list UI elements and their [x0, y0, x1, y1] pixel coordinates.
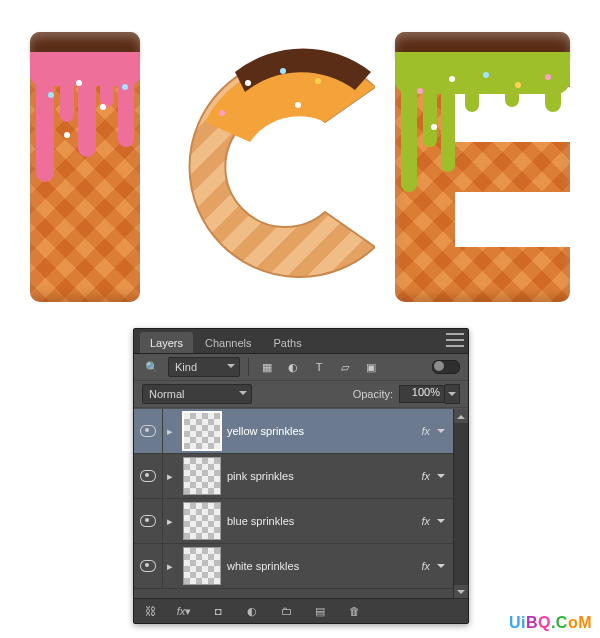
layer-thumbnail[interactable] — [183, 547, 221, 585]
tab-layers[interactable]: Layers — [140, 332, 193, 353]
letter-i — [30, 32, 140, 302]
letter-c — [175, 32, 375, 302]
layer-row[interactable]: ▸ pink sprinkles fx — [134, 454, 454, 499]
link-layers-icon[interactable]: ⛓ — [140, 602, 160, 620]
fx-collapse-icon[interactable] — [434, 514, 448, 528]
scrollbar[interactable] — [453, 409, 468, 599]
opacity-flyout[interactable] — [445, 384, 460, 404]
filter-adjustment-icon[interactable]: ◐ — [283, 358, 303, 376]
scroll-up-icon[interactable] — [454, 409, 468, 423]
search-icon: 🔍 — [142, 358, 162, 376]
fx-badge[interactable]: fx — [421, 560, 430, 572]
scroll-down-icon[interactable] — [454, 585, 468, 599]
fx-badge[interactable]: fx — [421, 515, 430, 527]
letter-e — [395, 32, 570, 302]
panel-tabs: Layers Channels Paths — [134, 329, 468, 354]
fx-collapse-icon[interactable] — [434, 469, 448, 483]
opacity-input[interactable]: 100% — [399, 385, 445, 403]
layers-list: ▸ yellow sprinkles fx ▸ pink sprinkles f… — [134, 409, 454, 599]
filter-toggle[interactable] — [432, 360, 460, 374]
layer-name[interactable]: blue sprinkles — [227, 515, 421, 527]
filter-type-icon[interactable]: T — [309, 358, 329, 376]
eye-icon — [140, 515, 156, 527]
visibility-toggle[interactable] — [134, 454, 163, 498]
layer-name[interactable]: pink sprinkles — [227, 470, 421, 482]
letter-c-shape — [175, 32, 375, 302]
eye-icon — [140, 425, 156, 437]
tab-paths[interactable]: Paths — [264, 332, 312, 353]
panel-menu-icon[interactable] — [446, 333, 464, 347]
new-layer-icon[interactable]: ▤ — [310, 602, 330, 620]
filter-kind-dropdown[interactable]: Kind — [168, 357, 240, 377]
disclosure-icon[interactable]: ▸ — [163, 470, 177, 483]
filter-row: 🔍 Kind ▦ ◐ T ▱ ▣ — [134, 354, 468, 381]
fx-badge[interactable]: fx — [421, 470, 430, 482]
eye-icon — [140, 560, 156, 572]
blend-mode-dropdown[interactable]: Normal — [142, 384, 252, 404]
layer-thumbnail[interactable] — [183, 412, 221, 450]
opacity-label: Opacity: — [353, 388, 393, 400]
fx-collapse-icon[interactable] — [434, 559, 448, 573]
eye-icon — [140, 470, 156, 482]
layer-row[interactable]: ▸ white sprinkles fx — [134, 544, 454, 589]
blend-opacity-row: Normal Opacity: 100% — [134, 381, 468, 408]
layer-row[interactable]: ▸ blue sprinkles fx — [134, 499, 454, 544]
new-adjustment-icon[interactable]: ◐ — [242, 602, 262, 620]
fx-collapse-icon[interactable] — [434, 424, 448, 438]
layers-panel: Layers Channels Paths 🔍 Kind ▦ ◐ T ▱ ▣ N… — [133, 328, 469, 624]
layer-thumbnail[interactable] — [183, 502, 221, 540]
delete-layer-icon[interactable]: 🗑 — [344, 602, 364, 620]
fx-badge[interactable]: fx — [421, 425, 430, 437]
disclosure-icon[interactable]: ▸ — [163, 560, 177, 573]
disclosure-icon[interactable]: ▸ — [163, 515, 177, 528]
new-group-icon[interactable]: 🗀 — [276, 602, 296, 620]
disclosure-icon[interactable]: ▸ — [163, 425, 177, 438]
add-mask-icon[interactable]: ◘ — [208, 602, 228, 620]
layer-row[interactable]: ▸ yellow sprinkles fx — [134, 409, 454, 454]
visibility-toggle[interactable] — [134, 499, 163, 543]
layer-thumbnail[interactable] — [183, 457, 221, 495]
layer-fx-icon[interactable]: fx▾ — [174, 602, 194, 620]
ice-artwork — [0, 12, 600, 312]
filter-shape-icon[interactable]: ▱ — [335, 358, 355, 376]
visibility-toggle[interactable] — [134, 409, 163, 453]
panel-footer: ⛓ fx▾ ◘ ◐ 🗀 ▤ 🗑 — [134, 598, 468, 623]
filter-pixel-icon[interactable]: ▦ — [257, 358, 277, 376]
layer-name[interactable]: yellow sprinkles — [227, 425, 421, 437]
layer-name[interactable]: white sprinkles — [227, 560, 421, 572]
canvas: Layers Channels Paths 🔍 Kind ▦ ◐ T ▱ ▣ N… — [0, 0, 600, 638]
filter-smart-icon[interactable]: ▣ — [361, 358, 381, 376]
watermark: UiBQ.CoM — [509, 614, 592, 632]
visibility-toggle[interactable] — [134, 544, 163, 588]
tab-channels[interactable]: Channels — [195, 332, 261, 353]
